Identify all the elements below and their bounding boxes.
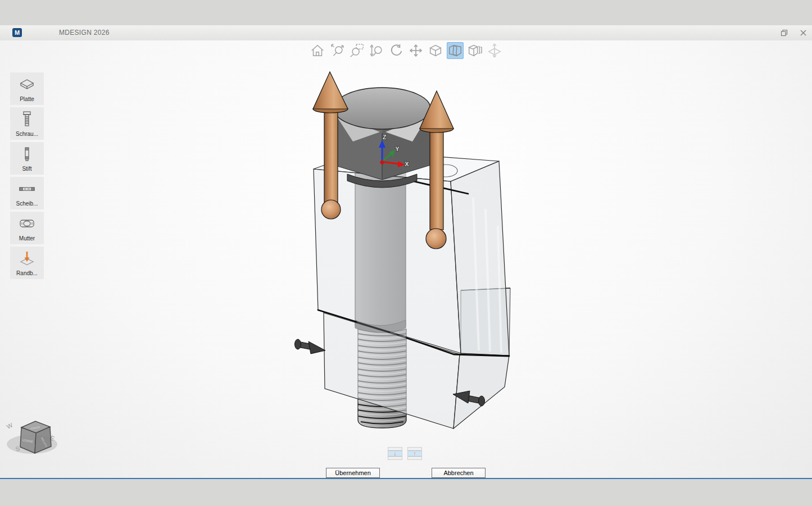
3d-viewport[interactable]: Z Y X W S E OBEN VORNE RECHTS [0, 40, 812, 478]
window-controls [779, 25, 808, 40]
sidebar-item-platte[interactable]: Platte [10, 72, 44, 105]
zoom-window-icon[interactable] [348, 42, 365, 59]
window-title: MDESIGN 2026 [59, 29, 110, 37]
load-down-arrow-icon: ↓ [388, 450, 402, 457]
title-bar: M MDESIGN 2026 [0, 25, 812, 41]
pan-view-icon[interactable] [407, 42, 424, 59]
sidebar-item-label: Scheib... [16, 200, 38, 207]
component-sidebar: Platte Schrau... [10, 72, 44, 279]
sidebar-item-label: Mutter [19, 235, 35, 241]
sidebar-item-label: Platte [20, 96, 34, 102]
boundary-condition-icon [19, 247, 35, 270]
view-toolbar [308, 42, 505, 59]
zoom-fit-icon[interactable] [329, 42, 346, 59]
sidebar-item-scheibe[interactable]: Scheib... [10, 177, 44, 209]
sidebar-item-schraube[interactable]: Schrau... [10, 107, 44, 140]
zoom-dynamic-icon[interactable] [368, 42, 385, 59]
sidebar-item-mutter[interactable]: Mutter [10, 212, 44, 244]
apply-button[interactable]: Übernehmen [326, 468, 380, 478]
window-bottom-accent [0, 478, 812, 479]
exploded-view-icon[interactable] [466, 42, 483, 59]
screw-icon [20, 107, 34, 131]
section-view-icon[interactable] [447, 42, 464, 59]
load-up-arrow-icon: ↑ [408, 450, 421, 457]
section-plane-icon[interactable] [486, 42, 503, 59]
load-direction-buttons: ↓ ↑ [388, 447, 422, 460]
viewport-area: Z Y X W S E OBEN VORNE RECHTS [0, 40, 812, 478]
pin-icon [20, 142, 34, 166]
app-logo-icon: M [12, 28, 22, 37]
sidebar-item-stift[interactable]: Stift [10, 142, 44, 175]
sidebar-item-randbedingung[interactable]: Randb... [10, 247, 44, 279]
washer-icon [18, 177, 36, 200]
axis-label-z: Z [383, 134, 387, 140]
isometric-view-icon[interactable] [427, 42, 444, 59]
load-direction-down-button[interactable]: ↓ [388, 447, 402, 460]
nut-icon [18, 212, 36, 235]
sidebar-item-label: Schrau... [16, 131, 38, 137]
compass-west: W [6, 421, 14, 430]
app-window: M MDESIGN 2026 [0, 25, 812, 479]
restore-icon[interactable] [779, 29, 788, 38]
sidebar-item-label: Stift [22, 166, 31, 172]
pin-left [295, 339, 326, 354]
sidebar-item-label: Randb... [16, 270, 38, 276]
close-icon[interactable] [799, 29, 808, 38]
cancel-button[interactable]: Abbrechen [432, 468, 486, 478]
home-icon[interactable] [309, 42, 326, 59]
axis-label-y: Y [395, 145, 400, 152]
plate-icon [19, 72, 35, 96]
rotate-view-icon[interactable] [388, 42, 405, 59]
view-cube[interactable]: W S E OBEN VORNE RECHTS [6, 421, 57, 454]
axis-label-x: X [405, 161, 409, 167]
load-direction-up-button[interactable]: ↑ [407, 447, 422, 460]
